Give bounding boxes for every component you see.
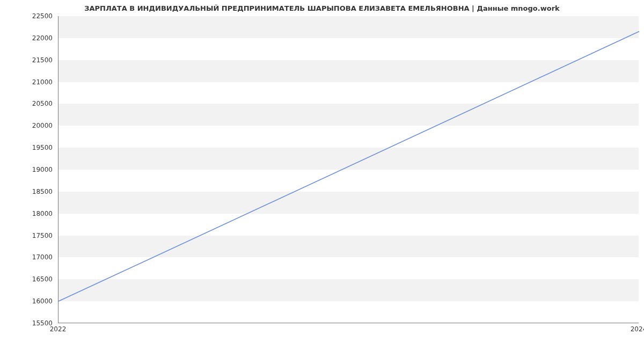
y-tick-label: 21500 bbox=[0, 56, 53, 64]
y-tick-label: 18000 bbox=[0, 210, 53, 217]
y-tick-label: 22500 bbox=[0, 12, 53, 20]
x-tick-label: 2024 bbox=[631, 325, 644, 333]
x-tick-label: 2022 bbox=[50, 325, 67, 333]
y-tick-label: 18500 bbox=[0, 188, 53, 195]
y-tick-label: 21000 bbox=[0, 78, 53, 86]
y-tick-label: 20000 bbox=[0, 122, 53, 129]
y-tick-label: 17000 bbox=[0, 253, 53, 261]
y-tick-label: 20500 bbox=[0, 100, 53, 107]
chart-container: ЗАРПЛАТА В ИНДИВИДУАЛЬНЫЙ ПРЕДПРИНИМАТЕЛ… bbox=[0, 0, 644, 349]
y-tick-label: 17500 bbox=[0, 232, 53, 239]
y-tick-label: 22000 bbox=[0, 34, 53, 42]
y-tick-label: 16000 bbox=[0, 297, 53, 305]
y-tick-label: 15500 bbox=[0, 319, 53, 327]
plot-area bbox=[58, 16, 639, 323]
y-tick-label: 16500 bbox=[0, 275, 53, 283]
y-tick-label: 19000 bbox=[0, 166, 53, 173]
line-series bbox=[58, 16, 639, 323]
chart-title: ЗАРПЛАТА В ИНДИВИДУАЛЬНЫЙ ПРЕДПРИНИМАТЕЛ… bbox=[0, 4, 644, 12]
series-line bbox=[58, 32, 639, 301]
y-tick-label: 19500 bbox=[0, 144, 53, 151]
